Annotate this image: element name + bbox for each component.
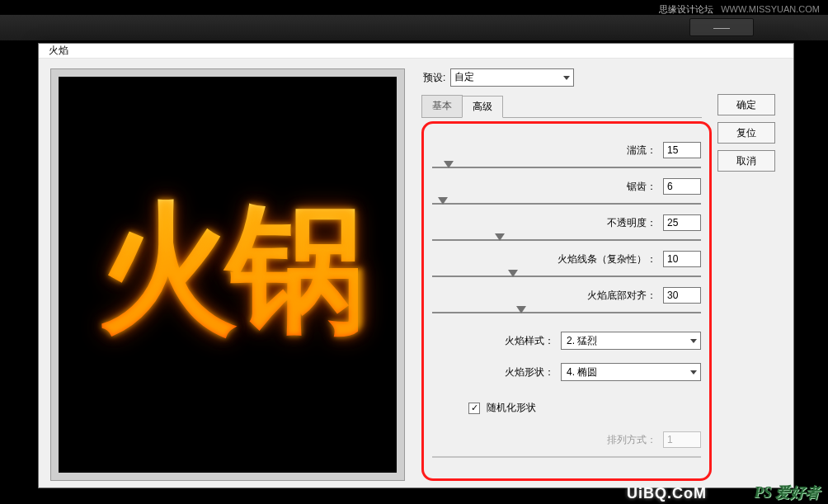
watermark-ps: PS 爱好者: [754, 483, 820, 502]
complexity-input[interactable]: [663, 251, 701, 267]
dialog-body: 火锅 预设: 自定 基本 高级: [39, 59, 793, 489]
flame-style-select[interactable]: 2. 猛烈: [561, 332, 701, 350]
top-watermark: 思缘设计论坛 WWW.MISSYUAN.COM: [659, 3, 820, 16]
bottom-align-slider[interactable]: [432, 312, 701, 313]
preset-value: 自定: [454, 71, 474, 82]
slider-thumb-icon[interactable]: [495, 233, 505, 241]
param-turbulence: 湍流：: [432, 142, 701, 168]
arrange-input: [663, 431, 701, 448]
tabs-bar: 基本 高级: [421, 95, 702, 118]
param-jagged: 锯齿：: [432, 178, 701, 205]
turbulence-input[interactable]: [663, 142, 701, 158]
tabs-panel: 基本 高级 湍流：: [421, 95, 702, 481]
editor-background-strip: ——: [0, 15, 828, 41]
chevron-down-icon: [563, 76, 570, 80]
dialog-buttons: 确定 复位 取消: [717, 94, 775, 172]
complexity-slider[interactable]: [432, 276, 701, 277]
param-bottom-align: 火焰底部对齐：: [432, 287, 701, 313]
preset-select[interactable]: 自定: [450, 68, 574, 87]
flame-shape-value: 4. 椭圆: [567, 366, 597, 378]
randomize-checkbox[interactable]: ✓: [468, 403, 480, 414]
jagged-input[interactable]: [663, 178, 701, 195]
complexity-label: 火焰线条（复杂性）：: [557, 252, 656, 266]
slider-thumb-icon[interactable]: [438, 197, 448, 205]
annotation-highlight-box: 湍流： 锯齿：: [421, 121, 712, 481]
arrange-slider: [432, 456, 701, 458]
dialog-titlebar: 火焰: [39, 44, 793, 59]
param-complexity: 火焰线条（复杂性）：: [432, 251, 701, 277]
jagged-label: 锯齿：: [627, 180, 656, 194]
arrange-label: 排列方式：: [607, 433, 656, 447]
flame-style-value: 2. 猛烈: [567, 335, 597, 346]
dialog-title: 火焰: [49, 44, 68, 58]
preview-panel: 火锅: [50, 68, 405, 481]
flame-shape-label: 火焰形状：: [505, 365, 554, 379]
arrange-row: 排列方式：: [432, 431, 701, 448]
flame-shape-row: 火焰形状： 4. 椭圆: [432, 363, 701, 381]
turbulence-label: 湍流：: [627, 144, 656, 158]
preset-row: 预设: 自定: [423, 68, 785, 87]
opacity-label: 不透明度：: [607, 216, 656, 230]
bottom-align-input[interactable]: [663, 287, 701, 304]
preview-canvas: 火锅: [59, 77, 397, 473]
randomize-label: 随机化形状: [487, 401, 536, 415]
reset-button[interactable]: 复位: [717, 122, 775, 144]
slider-thumb-icon[interactable]: [508, 270, 518, 277]
flame-preview-text: 火锅: [97, 176, 358, 365]
tab-advanced[interactable]: 高级: [462, 96, 503, 118]
editor-panel-tab: ——: [689, 18, 754, 36]
turbulence-slider[interactable]: [432, 167, 701, 168]
opacity-input[interactable]: [663, 214, 701, 231]
top-watermark-zh: 思缘设计论坛: [659, 4, 713, 14]
flame-dialog: 火焰 火锅 预设: 自定 基本 高级: [38, 43, 794, 488]
chevron-down-icon: [690, 370, 697, 374]
tab-basic[interactable]: 基本: [421, 95, 463, 117]
slider-thumb-icon[interactable]: [444, 161, 454, 168]
flame-shape-select[interactable]: 4. 椭圆: [561, 363, 701, 381]
chevron-down-icon: [690, 339, 697, 343]
flame-style-label: 火焰样式：: [505, 334, 554, 348]
bottom-align-label: 火焰底部对齐：: [587, 289, 656, 303]
cancel-button[interactable]: 取消: [717, 150, 775, 172]
check-icon: ✓: [471, 403, 478, 413]
top-watermark-url: WWW.MISSYUAN.COM: [721, 4, 820, 14]
watermark-uibq: UiBQ.CoM: [627, 485, 707, 502]
flame-style-row: 火焰样式： 2. 猛烈: [432, 332, 701, 350]
ok-button[interactable]: 确定: [717, 94, 775, 115]
controls-column: 预设: 自定 基本 高级 湍流：: [405, 65, 785, 481]
jagged-slider[interactable]: [432, 203, 701, 205]
preset-label: 预设:: [423, 71, 445, 85]
param-opacity: 不透明度：: [432, 214, 701, 241]
slider-thumb-icon[interactable]: [516, 306, 526, 313]
watermark-ps-text: PS 爱好者: [754, 483, 820, 502]
opacity-slider[interactable]: [432, 239, 701, 241]
randomize-row: ✓ 随机化形状: [468, 401, 701, 415]
